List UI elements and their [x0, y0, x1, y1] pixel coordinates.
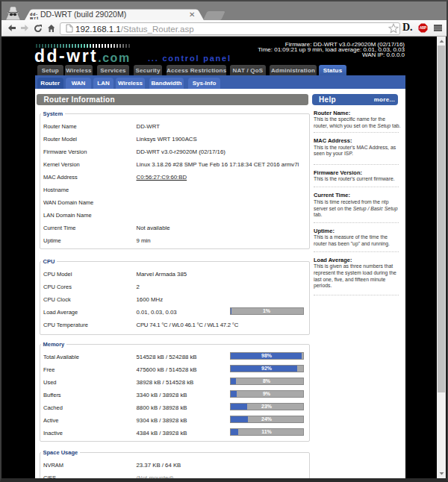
svg-text:ABP: ABP	[420, 26, 426, 30]
